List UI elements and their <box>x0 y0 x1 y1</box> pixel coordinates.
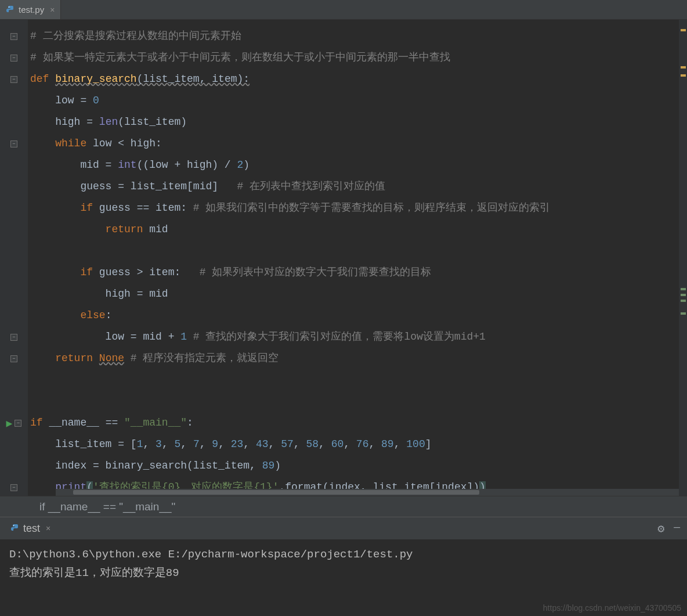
comment: # 二分搜索是搜索过程从数组的中间元素开始 <box>30 30 241 42</box>
watermark: https://blog.csdn.net/weixin_43700505 <box>543 603 681 613</box>
editor-area: − − − − − − ▶− − # 二分搜索是搜索过程从数组的中间元素开始 #… <box>0 20 687 496</box>
console-line: D:\python3.6\python.exe E:/pycharm-works… <box>9 545 678 564</box>
svg-point-0 <box>9 6 10 8</box>
run-tool-window: test × ⚙ — D:\python3.6\python.exe E:/py… <box>0 517 687 588</box>
breadcrumb-bar: if __name__ == "__main__" <box>0 496 687 517</box>
fold-icon[interactable]: − <box>15 420 21 427</box>
editor-tab-bar: test.py × <box>0 0 687 20</box>
console-line: 查找的索引是11，对应的数字是89 <box>9 564 678 582</box>
fold-icon[interactable]: − <box>10 355 17 362</box>
console-output[interactable]: D:\python3.6\python.exe E:/pycharm-works… <box>0 539 687 588</box>
tab-test-py[interactable]: test.py × <box>0 0 61 19</box>
run-tab-label: test <box>23 523 40 535</box>
minimize-icon[interactable]: — <box>674 521 680 536</box>
fold-icon[interactable]: − <box>10 76 17 83</box>
list-literal-line: list_item = [1, 3, 5, 7, 9, 23, 43, 57, … <box>28 434 687 455</box>
comment: # 如果某一特定元素大于或者小于中间元素，则在数组大于或小于中间元素的那一半中查… <box>30 52 450 63</box>
python-file-icon <box>10 524 20 533</box>
fold-icon[interactable]: − <box>10 33 17 40</box>
fold-icon[interactable]: − <box>10 55 17 62</box>
python-file-icon <box>6 5 15 15</box>
fold-icon[interactable]: − <box>10 484 17 491</box>
gear-icon[interactable]: ⚙ <box>657 521 664 536</box>
tab-filename: test.py <box>19 5 44 15</box>
close-icon[interactable]: × <box>50 5 55 15</box>
error-stripe[interactable] <box>679 20 687 496</box>
run-tab-test[interactable]: test × <box>7 520 54 537</box>
scrollbar-thumb[interactable] <box>73 490 479 495</box>
function-name: binary_search <box>55 73 136 85</box>
horizontal-scrollbar[interactable] <box>56 489 679 496</box>
breadcrumb[interactable]: if __name__ == "__main__" <box>39 500 175 513</box>
close-icon[interactable]: × <box>46 524 50 533</box>
code-panel[interactable]: # 二分搜索是搜索过程从数组的中间元素开始 # 如果某一特定元素大于或者小于中间… <box>28 20 687 496</box>
run-gutter-icon[interactable]: ▶ <box>6 417 13 430</box>
tool-window-header: test × ⚙ — <box>0 517 687 539</box>
fold-icon[interactable]: − <box>10 334 17 341</box>
fold-icon[interactable]: − <box>10 141 17 147</box>
gutter: − − − − − − ▶− − <box>0 20 28 496</box>
svg-point-1 <box>13 525 15 526</box>
